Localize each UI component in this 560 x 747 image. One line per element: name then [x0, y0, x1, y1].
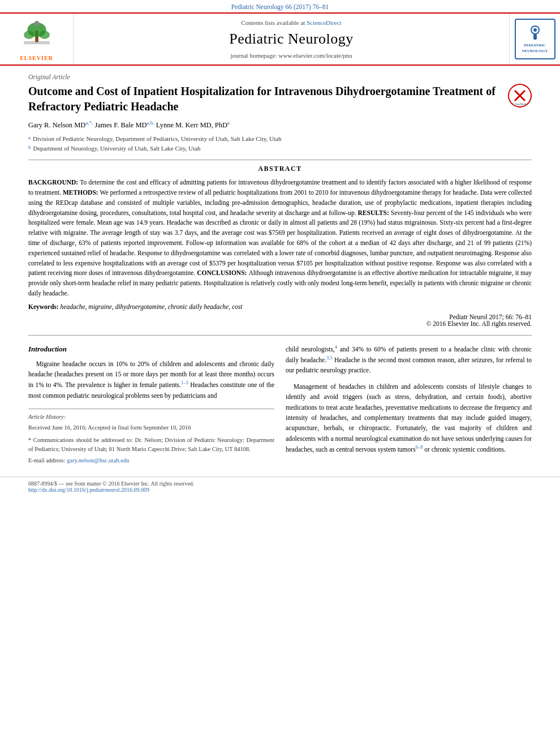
background-label: BACKGROUND: — [28, 179, 78, 186]
affil-sup-b: b — [28, 144, 31, 153]
footnote-email-line: E-mail address: gary.nelson@hsc.utah.edu — [28, 456, 274, 465]
sup-ref-3-5: 3,5 — [326, 355, 333, 360]
conclusions-label: CONCLUSIONS: — [197, 269, 248, 276]
pn-logo-icon — [527, 24, 544, 41]
footnote-received: Received June 16, 2016; Accepted in fina… — [28, 423, 274, 432]
footnote-box: Article History: Received June 16, 2016;… — [28, 409, 274, 465]
homepage-line: journal homepage: www.elsevier.com/locat… — [231, 52, 352, 59]
footer-issn: 0887-8994/$ — see front matter © 2016 El… — [28, 480, 532, 487]
divider-1 — [28, 160, 532, 160]
keywords-text: headache, migraine, dihydroergotamine, c… — [61, 303, 243, 310]
svg-text:CrossMark: CrossMark — [512, 102, 528, 106]
author3-sup: a — [227, 120, 230, 126]
affiliations: a Division of Pediatric Neurology, Depar… — [28, 134, 532, 153]
sup-ref-6-8: 6–8 — [416, 444, 423, 450]
abstract-text: BACKGROUND: To determine the cost and ef… — [28, 178, 532, 299]
sciencedirect-link[interactable]: ScienceDirect — [307, 19, 342, 26]
pn-logo-text: PEDIATRIC NEUROLOGY — [522, 43, 548, 53]
author2-sup: a,b, — [147, 120, 154, 126]
svg-point-7 — [533, 28, 537, 32]
title-row: Outcome and Cost of Inpatient Hospitaliz… — [28, 84, 532, 120]
divider-2 — [28, 335, 532, 336]
content-area: Original Article Outcome and Cost of Inp… — [0, 74, 560, 465]
article-type: Original Article — [28, 74, 532, 80]
abstract-title: ABSTRACT — [28, 165, 532, 173]
methods-label: METHODS: — [63, 189, 100, 196]
top-citation-text: Pediatric Neurology 66 (2017) 76–81 — [231, 3, 329, 10]
authors-line: Gary R. Nelson MDa,*, James F. Bale MDa,… — [28, 120, 532, 130]
affil-text-a: Division of Pediatric Neurology, Departm… — [33, 134, 281, 144]
affil-text-b: Department of Neurology, University of U… — [33, 144, 201, 153]
abstract-section: ABSTRACT BACKGROUND: To determine the co… — [28, 165, 532, 327]
affil-line-2: b Department of Neurology, University of… — [28, 144, 532, 153]
citation-block: Pediatr Neurol 2017; 66: 76–81 © 2016 El… — [28, 314, 532, 327]
footer-doi: http://dx.doi.org/10.1016/j.pediatrneuro… — [28, 487, 532, 493]
citation-text: Pediatr Neurol 2017; 66: 76–81 — [28, 314, 532, 320]
footnote-email: gary.nelson@hsc.utah.edu — [67, 457, 129, 463]
journal-center-info: Contents lists available at ScienceDirec… — [74, 14, 509, 65]
introduction-columns: Introduction Migraine headache occurs in… — [28, 344, 532, 466]
author1: Gary R. Nelson MD — [28, 121, 85, 129]
elsevier-logo-container: ELSEVIER — [0, 14, 74, 65]
author1-sup: a,*, — [85, 120, 93, 126]
contents-line: Contents lists available at ScienceDirec… — [241, 19, 341, 26]
journal-header: ELSEVIER Contents lists available at Sci… — [0, 12, 560, 66]
footnote-email-label: E-mail address: — [28, 457, 66, 463]
author2: James F. Bale MD — [95, 121, 147, 129]
crossmark-icon[interactable]: CrossMark — [508, 84, 532, 108]
elsevier-wordmark: ELSEVIER — [20, 54, 53, 61]
svg-point-5 — [34, 21, 39, 26]
elsevier-tree-icon — [17, 20, 57, 51]
sup-ref-1-3: 1–3 — [181, 380, 188, 385]
pn-logo-container: PEDIATRIC NEUROLOGY — [509, 14, 560, 65]
svg-rect-8 — [533, 34, 537, 40]
svg-point-3 — [24, 31, 34, 39]
journal-title: Pediatric Neurology — [229, 31, 354, 48]
intro-col2-para2: Management of headaches in children and … — [286, 381, 532, 455]
keywords-label: Keywords: — [28, 303, 59, 310]
affil-sup-a: a — [28, 134, 31, 144]
intro-col-left: Introduction Migraine headache occurs in… — [28, 344, 274, 466]
intro-col2-para1: child neurologists,4 and 34% to 60% of p… — [286, 344, 532, 376]
intro-title: Introduction — [28, 344, 274, 355]
journal-citation-top: Pediatric Neurology 66 (2017) 76–81 — [0, 0, 560, 12]
footer: 0887-8994/$ — see front matter © 2016 El… — [0, 476, 560, 499]
article-title: Outcome and Cost of Inpatient Hospitaliz… — [28, 84, 502, 114]
keywords-line: Keywords: headache, migraine, dihydroerg… — [28, 303, 532, 310]
footnote-communications: * Communications should be addressed to:… — [28, 436, 274, 454]
affil-line-1: a Division of Pediatric Neurology, Depar… — [28, 134, 532, 144]
pn-logo-box: PEDIATRIC NEUROLOGY — [515, 19, 555, 59]
svg-point-4 — [39, 31, 49, 39]
results-text: Seventy-four percent of the 145 individu… — [28, 209, 532, 277]
results-label: RESULTS: — [358, 209, 391, 216]
footnote-title: Article History: — [28, 413, 274, 422]
sup-ref-4: 4 — [335, 344, 337, 350]
intro-col-right: child neurologists,4 and 34% to 60% of p… — [286, 344, 532, 466]
intro-col1-para1: Migraine headache occurs in 10% to 20% o… — [28, 359, 274, 401]
author3: Lynne M. Kerr MD, PhD — [156, 121, 227, 129]
copyright-text: © 2016 Elsevier Inc. All rights reserved… — [28, 320, 532, 327]
doi-link[interactable]: http://dx.doi.org/10.1016/j.pediatrneuro… — [28, 487, 149, 493]
